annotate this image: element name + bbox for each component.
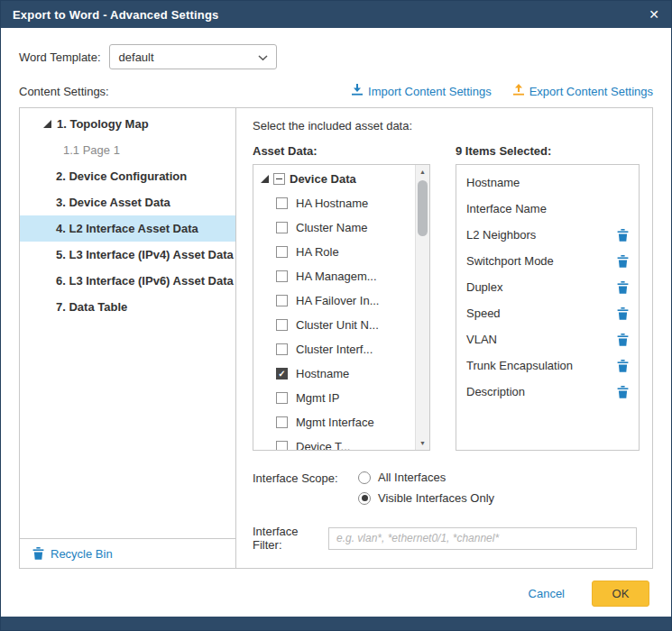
trash-icon — [32, 547, 44, 560]
tree-item-device-asset-data[interactable]: 3. Device Asset Data — [20, 189, 235, 215]
export-link-label: Export Content Settings — [529, 85, 653, 98]
content-settings-row: Content Settings: Import Content Setting… — [19, 82, 653, 100]
asset-item-label: Cluster Interf... — [296, 343, 373, 356]
checkbox-unchecked-icon[interactable] — [276, 270, 288, 282]
asset-row-ha-hostname[interactable]: HA Hostname — [253, 191, 429, 215]
radio-all-interfaces[interactable]: All Interfaces — [358, 471, 494, 484]
import-icon — [352, 84, 363, 98]
dialog-title: Export to Word - Advanced Settings — [13, 8, 649, 22]
delete-item-icon[interactable] — [617, 334, 629, 346]
import-content-settings-link[interactable]: Import Content Settings — [352, 84, 492, 98]
checkbox-unchecked-icon[interactable] — [276, 246, 288, 258]
asset-row-ha-failover[interactable]: HA Failover In... — [253, 288, 429, 313]
selected-item-label: L2 Neighbors — [466, 228, 536, 242]
recycle-bin-label: Recycle Bin — [51, 547, 113, 561]
asset-item-label: HA Hostname — [296, 197, 368, 210]
asset-item-label: Hostname — [296, 367, 349, 380]
tree-item-label: 5. L3 Interface (IPv4) Asset Data — [56, 248, 234, 261]
radio-label: All Interfaces — [378, 471, 446, 484]
close-icon[interactable]: ✕ — [649, 8, 659, 21]
cancel-button[interactable]: Cancel — [529, 587, 565, 600]
tree-item-page-1[interactable]: 1.1 Page 1 — [20, 137, 235, 163]
asset-item-label: Mgmt IP — [296, 391, 339, 405]
checkbox-unchecked-icon[interactable] — [276, 441, 288, 451]
checkbox-unchecked-icon[interactable] — [276, 197, 288, 209]
radio-label: Visible Interfaces Only — [378, 491, 494, 505]
asset-row-mgmt-interface[interactable]: Mgmt Interface — [253, 410, 429, 434]
checkbox-unchecked-icon[interactable] — [276, 319, 288, 331]
delete-item-icon[interactable] — [617, 360, 629, 372]
asset-item-label: Device T... — [296, 440, 350, 451]
word-template-value: default — [119, 50, 258, 64]
asset-data-title: Asset Data: — [253, 144, 430, 158]
asset-item-label: HA Managem... — [296, 270, 377, 283]
checkbox-unchecked-icon[interactable] — [276, 222, 288, 233]
word-template-select[interactable]: default — [109, 44, 277, 69]
delete-item-icon[interactable] — [617, 229, 629, 242]
selected-item-row: Hostname — [466, 169, 629, 196]
checkbox-unchecked-icon[interactable] — [276, 392, 288, 404]
selected-items-title: 9 Items Selected: — [456, 144, 640, 158]
tree-item-l3-ipv6-asset-data[interactable]: 6. L3 Interface (IPv6) Asset Data — [20, 268, 235, 294]
delete-item-icon[interactable] — [617, 255, 629, 268]
asset-item-label: HA Failover In... — [296, 294, 379, 307]
interface-scope-row: Interface Scope: All Interfaces Visible … — [253, 471, 640, 505]
scroll-thumb[interactable] — [418, 180, 428, 236]
selected-item-label: Duplex — [466, 280, 502, 294]
dialog-titlebar: Export to Word - Advanced Settings ✕ — [1, 1, 671, 28]
dialog-bottom-frame — [1, 617, 671, 630]
checkbox-unchecked-icon[interactable] — [276, 416, 288, 428]
ok-button[interactable]: OK — [592, 581, 649, 607]
collapse-icon[interactable] — [273, 173, 285, 185]
selected-item-row: Description — [466, 379, 629, 405]
asset-row-ha-role[interactable]: HA Role — [253, 240, 429, 264]
export-content-settings-link[interactable]: Export Content Settings — [513, 84, 653, 98]
checkbox-checked-icon[interactable]: ✓ — [276, 368, 288, 380]
tree-item-label: 1. Topology Map — [57, 117, 149, 131]
asset-group-device-data[interactable]: Device Data — [253, 167, 429, 191]
chevron-down-icon — [258, 50, 268, 64]
word-template-row: Word Template: default — [19, 44, 653, 69]
asset-item-label: Cluster Name — [296, 221, 367, 234]
interface-filter-input[interactable] — [328, 527, 637, 550]
scroll-up-icon[interactable]: ▲ — [416, 165, 429, 178]
selected-item-row: Speed — [466, 300, 629, 326]
asset-row-ha-management[interactable]: HA Managem... — [253, 264, 429, 288]
asset-row-hostname[interactable]: ✓ Hostname — [253, 361, 429, 386]
checkbox-unchecked-icon[interactable] — [276, 295, 288, 306]
selected-item-label: Switchport Mode — [466, 254, 554, 268]
asset-row-cluster-interface[interactable]: Cluster Interf... — [253, 337, 429, 361]
radio-selected-icon[interactable] — [358, 492, 371, 505]
asset-row-device-type[interactable]: Device T... — [253, 434, 429, 451]
selected-item-row: VLAN — [466, 326, 629, 352]
tree-item-device-configuration[interactable]: 2. Device Configuration — [20, 163, 235, 189]
tree-item-label: 1.1 Page 1 — [63, 143, 120, 157]
scroll-down-icon[interactable]: ▼ — [416, 436, 429, 450]
asset-data-list: Device Data HA Hostname Cluster Name — [253, 164, 430, 451]
interface-filter-row: Interface Filter: — [253, 525, 640, 552]
asset-row-cluster-unit[interactable]: Cluster Unit N... — [253, 313, 429, 337]
asset-row-cluster-name[interactable]: Cluster Name — [253, 215, 429, 240]
export-icon — [513, 84, 524, 98]
selected-item-row: Interface Name — [466, 196, 629, 222]
tree-item-data-table[interactable]: 7. Data Table — [20, 294, 235, 320]
selected-item-row: Duplex — [466, 274, 629, 300]
asset-row-mgmt-ip[interactable]: Mgmt IP — [253, 386, 429, 410]
radio-visible-interfaces-only[interactable]: Visible Interfaces Only — [358, 491, 494, 505]
dialog-footer: Cancel OK — [1, 570, 671, 617]
selected-item-label: Interface Name — [466, 202, 547, 215]
interface-filter-label: Interface Filter: — [253, 525, 328, 552]
radio-unselected-icon[interactable] — [358, 471, 371, 484]
asset-data-column: Asset Data: Device Data — [253, 144, 430, 451]
tree-item-topology-map[interactable]: 1. Topology Map — [20, 111, 235, 137]
delete-item-icon[interactable] — [617, 281, 629, 294]
delete-item-icon[interactable] — [617, 307, 629, 320]
checkbox-unchecked-icon[interactable] — [276, 343, 288, 355]
tree-item-l2-interface-asset-data[interactable]: 4. L2 Interface Asset Data — [20, 215, 235, 242]
scrollbar[interactable]: ▲ ▼ — [415, 165, 429, 450]
content-settings-panel: 1. Topology Map 1.1 Page 1 2. Device Con… — [19, 107, 653, 569]
recycle-bin-button[interactable]: Recycle Bin — [20, 538, 235, 568]
tree-item-l3-ipv4-asset-data[interactable]: 5. L3 Interface (IPv4) Asset Data — [20, 242, 235, 268]
delete-item-icon[interactable] — [617, 386, 629, 398]
asset-item-label: Mgmt Interface — [296, 416, 374, 429]
